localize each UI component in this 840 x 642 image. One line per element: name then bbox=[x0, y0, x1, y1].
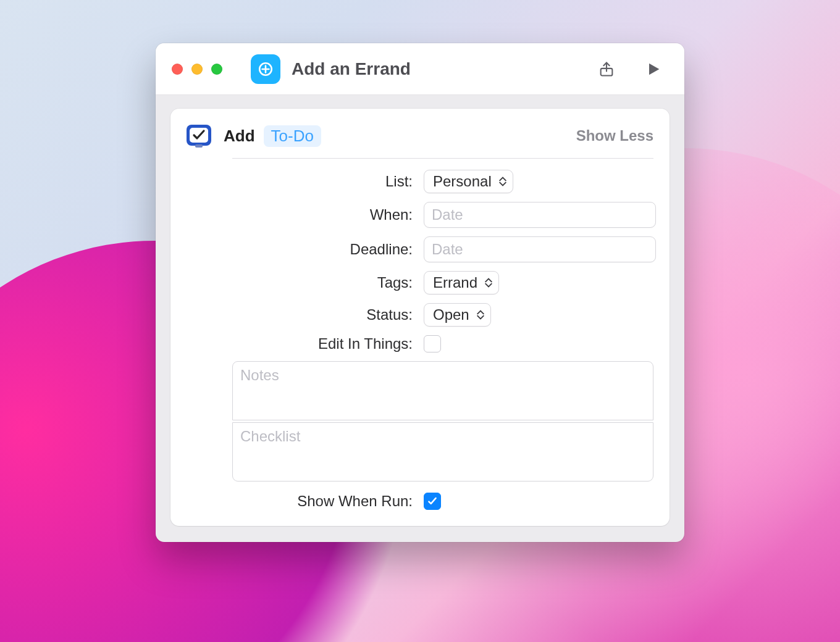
list-value: Personal bbox=[433, 173, 492, 190]
show-when-run-label: Show When Run: bbox=[183, 493, 413, 510]
edit-in-things-label: Edit In Things: bbox=[183, 335, 413, 352]
action-form: List: Personal When: bbox=[183, 170, 653, 510]
svg-rect-4 bbox=[195, 144, 203, 148]
checklist-input[interactable] bbox=[232, 422, 653, 482]
list-label: List: bbox=[183, 173, 413, 190]
tags-label: Tags: bbox=[183, 274, 413, 291]
editor-body: Add To-Do Show Less List: Personal bbox=[156, 95, 684, 542]
notes-input[interactable] bbox=[232, 361, 653, 420]
show-less-toggle[interactable]: Show Less bbox=[576, 127, 653, 144]
window-title: Add an Errand bbox=[292, 59, 411, 79]
tags-select[interactable]: Errand bbox=[424, 271, 499, 294]
action-card: Add To-Do Show Less List: Personal bbox=[170, 109, 670, 526]
share-button[interactable] bbox=[592, 54, 621, 84]
divider bbox=[232, 158, 653, 159]
run-button[interactable] bbox=[639, 54, 668, 84]
status-select[interactable]: Open bbox=[424, 303, 491, 327]
status-label: Status: bbox=[183, 306, 413, 323]
window-traffic-lights bbox=[172, 64, 222, 75]
titlebar: Add an Errand bbox=[156, 43, 684, 95]
list-select[interactable]: Personal bbox=[424, 170, 513, 193]
shortcut-app-icon bbox=[251, 54, 280, 84]
chevron-up-down-icon bbox=[499, 177, 506, 186]
edit-in-things-checkbox[interactable] bbox=[424, 335, 441, 352]
deadline-input[interactable] bbox=[424, 236, 656, 262]
things-app-icon bbox=[183, 120, 215, 152]
minimize-window-button[interactable] bbox=[191, 64, 203, 75]
chevron-up-down-icon bbox=[477, 310, 484, 320]
chevron-up-down-icon bbox=[485, 278, 492, 288]
when-input[interactable] bbox=[424, 202, 656, 228]
close-window-button[interactable] bbox=[172, 64, 183, 75]
action-header: Add To-Do Show Less bbox=[183, 120, 653, 152]
deadline-label: Deadline: bbox=[183, 241, 413, 258]
when-label: When: bbox=[183, 206, 413, 223]
fullscreen-window-button[interactable] bbox=[211, 64, 222, 75]
action-name-label: Add bbox=[224, 127, 255, 146]
tags-value: Errand bbox=[433, 274, 477, 291]
desktop-wallpaper: Add an Errand Add To-Do Show Less bbox=[0, 0, 840, 642]
action-parameter-token[interactable]: To-Do bbox=[264, 125, 321, 147]
show-when-run-checkbox[interactable] bbox=[424, 493, 441, 510]
shortcuts-editor-window: Add an Errand Add To-Do Show Less bbox=[156, 43, 684, 542]
status-value: Open bbox=[433, 306, 469, 323]
